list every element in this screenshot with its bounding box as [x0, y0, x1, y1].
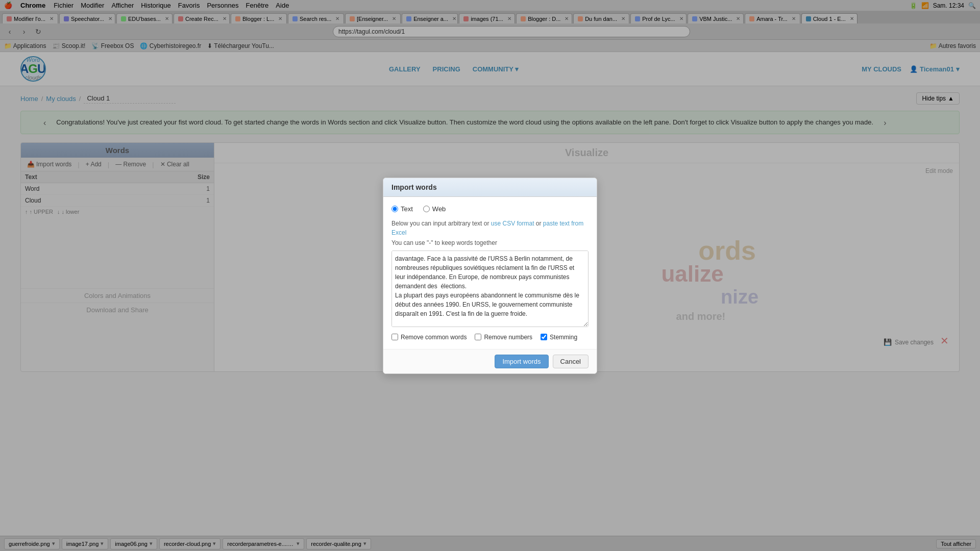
modal-checkboxes: Remove common words Remove numbers Stemm…: [391, 334, 589, 341]
import-textarea[interactable]: davantage. Face à la passivité de l'URSS…: [391, 251, 589, 327]
radio-web[interactable]: [423, 206, 430, 212]
modal-footer: Import words Cancel: [383, 349, 597, 373]
modal-header: Import words: [383, 178, 597, 197]
modal-overlay: Import words Text Web Below you can inpu…: [0, 0, 980, 551]
csv-format-link[interactable]: use CSV format: [491, 220, 534, 227]
modal-description: Below you can input arbitrary text or us…: [391, 219, 589, 237]
stemming-option[interactable]: Stemming: [541, 334, 577, 341]
remove-numbers-option[interactable]: Remove numbers: [475, 334, 532, 341]
radio-text-option[interactable]: Text: [391, 205, 413, 213]
remove-numbers-checkbox[interactable]: [475, 334, 481, 340]
modal-note: You can use "-" to keep words together: [391, 239, 589, 246]
radio-group: Text Web: [391, 205, 589, 213]
import-words-modal: Import words Text Web Below you can inpu…: [383, 178, 597, 374]
radio-web-option[interactable]: Web: [423, 205, 446, 213]
import-words-button[interactable]: Import words: [495, 355, 548, 368]
cancel-button[interactable]: Cancel: [553, 355, 589, 368]
modal-title: Import words: [391, 183, 437, 191]
stemming-checkbox[interactable]: [541, 334, 547, 340]
remove-common-checkbox[interactable]: [391, 334, 398, 340]
remove-common-words-option[interactable]: Remove common words: [391, 334, 467, 341]
radio-text[interactable]: [391, 206, 398, 212]
modal-body: Text Web Below you can input arbitrary t…: [383, 197, 597, 349]
